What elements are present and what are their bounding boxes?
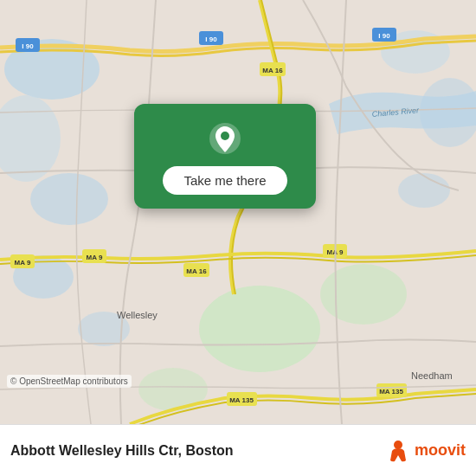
svg-text:Wellesley: Wellesley (117, 310, 158, 320)
map-container: I 90 I 90 I 90 MA 16 MA 16 MA 9 MA 9 MA … (0, 0, 476, 424)
svg-text:I 90: I 90 (22, 42, 34, 50)
map-svg: I 90 I 90 I 90 MA 16 MA 16 MA 9 MA 9 MA … (0, 0, 476, 424)
svg-point-8 (398, 173, 450, 208)
svg-text:MA 16: MA 16 (262, 67, 283, 74)
svg-point-36 (221, 132, 229, 140)
moovit-logo: moovit (385, 438, 466, 464)
svg-point-9 (199, 286, 320, 372)
svg-text:MA 9: MA 9 (15, 259, 31, 267)
svg-text:I 90: I 90 (205, 35, 217, 43)
location-pin-icon (206, 119, 244, 158)
svg-text:MA 16: MA 16 (186, 267, 207, 275)
svg-text:MA 135: MA 135 (379, 388, 403, 396)
take-me-there-button[interactable]: Take me there (163, 166, 286, 195)
svg-point-10 (320, 264, 407, 325)
svg-text:Needham: Needham (411, 370, 453, 381)
svg-point-3 (30, 173, 108, 225)
bottom-bar: Abbott Wellesley Hills Ctr, Boston moovi… (0, 424, 476, 476)
copyright-text: © OpenStreetMap contributors (7, 375, 132, 388)
moovit-icon (385, 438, 411, 464)
svg-text:I 90: I 90 (378, 32, 390, 40)
svg-point-37 (394, 441, 402, 449)
location-title: Abbott Wellesley Hills Ctr, Boston (10, 443, 385, 459)
svg-text:MA 135: MA 135 (229, 396, 254, 404)
tooltip-card: Take me there (134, 104, 316, 209)
moovit-text: moovit (415, 441, 466, 460)
svg-text:MA 9: MA 9 (87, 254, 103, 261)
